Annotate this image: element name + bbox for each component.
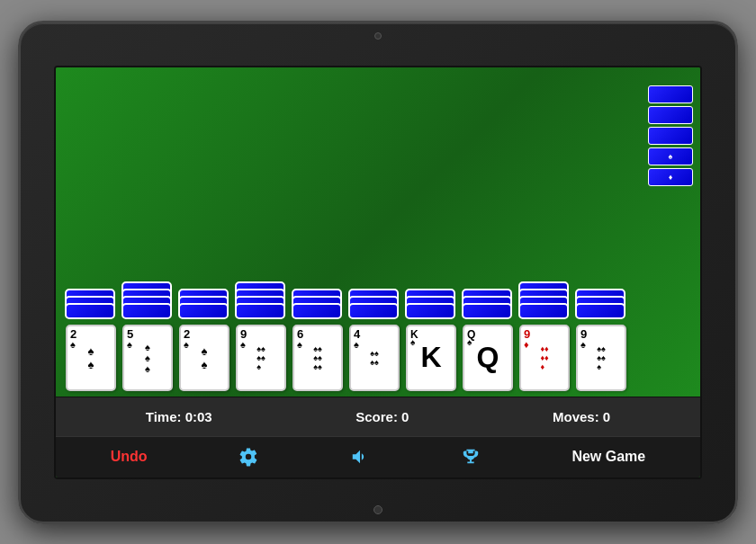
game-area: 2 ♠ ♠♠ 5 ♠ ♠♠♠ xyxy=(56,67,700,397)
time-display: Time: 0:03 xyxy=(146,409,212,424)
column-8: Q ♠ Q xyxy=(462,289,514,391)
column-1: 2 ♠ ♠♠ xyxy=(65,289,117,391)
sound-button[interactable] xyxy=(339,443,381,470)
card-9-spades[interactable]: 9 ♠ ♠♠♠♠♠ xyxy=(236,325,286,391)
settings-button[interactable] xyxy=(228,443,269,470)
score-display: Score: 0 xyxy=(356,409,409,424)
camera xyxy=(374,32,382,40)
card-4-spades[interactable]: 4 ♠ ♠♠♠♠ xyxy=(349,325,400,391)
tablet: 2 ♠ ♠♠ 5 ♠ ♠♠♠ xyxy=(18,21,738,524)
card-king-spades[interactable]: K ♠ K xyxy=(406,325,456,391)
column-2: 5 ♠ ♠♠♠ xyxy=(122,281,174,391)
column-5: 6 ♠ ♠♠♠♠♠♠ xyxy=(292,289,344,391)
right-card-pile: ♠ ♦ xyxy=(648,85,693,186)
card-2-spades[interactable]: 2 ♠ ♠♠ xyxy=(66,325,116,391)
card-9-spades-2[interactable]: 9 ♠ ♠♠♠♠♠ xyxy=(576,325,626,391)
column-10: 9 ♠ ♠♠♠♠♠ xyxy=(575,289,627,391)
status-bar: Time: 0:03 Score: 0 Moves: 0 xyxy=(56,397,700,436)
column-4: 9 ♠ ♠♠♠♠♠ xyxy=(235,281,287,391)
column-6: 4 ♠ ♠♠♠♠ xyxy=(348,289,400,391)
undo-button[interactable]: Undo xyxy=(100,445,158,468)
card-5-spades[interactable]: 5 ♠ ♠♠♠ xyxy=(122,325,173,391)
card-table: 2 ♠ ♠♠ 5 ♠ ♠♠♠ xyxy=(65,75,691,391)
column-7: K ♠ K xyxy=(405,289,457,391)
column-9: 9 ♦ ♦♦♦♦♦ xyxy=(518,281,571,391)
card-2-spades-2[interactable]: 2 ♠ ♠♠ xyxy=(179,325,230,391)
card-9-diamonds[interactable]: 9 ♦ ♦♦♦♦♦ xyxy=(519,325,570,391)
moves-display: Moves: 0 xyxy=(553,409,610,424)
new-game-button[interactable]: New Game xyxy=(561,445,656,468)
screen: 2 ♠ ♠♠ 5 ♠ ♠♠♠ xyxy=(54,66,702,479)
card-6-spades[interactable]: 6 ♠ ♠♠♠♠♠♠ xyxy=(292,325,343,391)
card-queen-spades[interactable]: Q ♠ Q xyxy=(463,325,513,391)
trophy-button[interactable] xyxy=(450,443,491,470)
home-button[interactable] xyxy=(374,505,382,514)
column-3: 2 ♠ ♠♠ xyxy=(178,289,230,391)
toolbar: Undo New Game xyxy=(56,436,700,477)
